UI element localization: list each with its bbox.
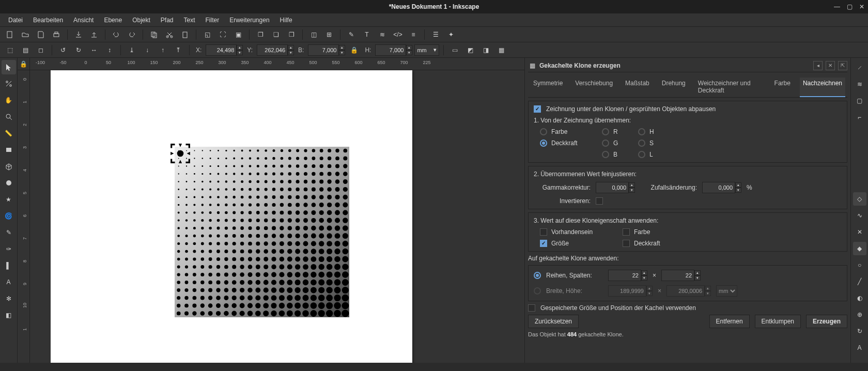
snap-edge-icon[interactable]: ⌐	[853, 111, 866, 124]
copy-icon[interactable]	[147, 28, 161, 41]
spray-tool-icon[interactable]: ✻	[2, 291, 16, 306]
snap-midpoint-icon[interactable]: ◐	[853, 291, 866, 305]
snap-rotation-icon[interactable]: ↻	[853, 324, 866, 338]
new-file-icon[interactable]	[3, 28, 17, 41]
coord-w-down[interactable]: ▾	[339, 50, 345, 55]
select-all-layers-icon[interactable]: ▤	[19, 43, 32, 57]
coord-h-input[interactable]	[375, 44, 406, 56]
radio-deckkraft[interactable]	[540, 140, 547, 147]
snap-line-icon[interactable]: ╱	[853, 275, 866, 288]
coord-x-input[interactable]	[206, 44, 237, 56]
radio-r[interactable]	[602, 128, 609, 135]
radio-h[interactable]	[638, 128, 645, 135]
saved-size-checkbox[interactable]	[528, 304, 535, 312]
panel-minimize-icon[interactable]: ◂	[813, 61, 823, 70]
coord-y-down[interactable]: ▾	[288, 50, 294, 55]
text-tool-icon[interactable]: A	[2, 275, 16, 289]
tab-massstab[interactable]: Maßstab	[622, 78, 653, 97]
cut-icon[interactable]	[163, 28, 176, 41]
fill-stroke-icon[interactable]: ✎	[345, 28, 358, 41]
cols-input[interactable]	[661, 270, 694, 281]
unlink-clone-icon[interactable]: ❒	[285, 28, 298, 41]
duplicate-icon[interactable]: ❐	[254, 28, 267, 41]
snap-bbox-icon[interactable]: ▢	[853, 94, 866, 107]
menu-ansicht[interactable]: Ansicht	[68, 15, 99, 25]
menu-filter[interactable]: Filter	[200, 15, 225, 25]
snap-intersect-icon[interactable]: ✕	[853, 225, 866, 239]
snap-nodes-icon[interactable]: ◇	[853, 192, 866, 206]
coord-x-up[interactable]: ▴	[237, 45, 243, 50]
selector-tool-icon[interactable]	[2, 60, 16, 74]
menu-bearbeiten[interactable]: Bearbeiten	[28, 15, 68, 25]
tab-symmetrie[interactable]: Symmetrie	[530, 78, 566, 97]
coord-w-up[interactable]: ▴	[339, 45, 345, 50]
wh-unit-select[interactable]: mm	[716, 285, 737, 297]
snap-layers-icon[interactable]: ≋	[853, 78, 866, 91]
redo-icon[interactable]	[125, 28, 138, 41]
rotate-cw-icon[interactable]: ↻	[72, 43, 85, 57]
minimize-button[interactable]: —	[833, 3, 841, 11]
bezier-tool-icon[interactable]: ✑	[2, 242, 16, 256]
ruler-horizontal[interactable]: -100-50050100150200250300350400450500550…	[30, 58, 524, 70]
pencil-tool-icon[interactable]: ✎	[2, 225, 16, 240]
measure-tool-icon[interactable]: 📏	[2, 126, 16, 141]
tab-farbe[interactable]: Farbe	[771, 78, 794, 97]
deselect-icon[interactable]: ◻	[34, 43, 48, 57]
zoom-page-icon[interactable]: ▣	[231, 28, 245, 41]
lower-icon[interactable]: ↓	[141, 43, 154, 57]
snap-master-icon[interactable]: ⟋	[853, 61, 866, 74]
tab-weichzeichner[interactable]: Weichzeichner und Deckkraft	[695, 78, 765, 97]
raise-icon[interactable]: ↑	[156, 43, 169, 57]
import-icon[interactable]	[72, 28, 85, 41]
print-icon[interactable]	[50, 28, 63, 41]
menu-erweiterungen[interactable]: Erweiterungen	[224, 15, 274, 25]
snap-smooth-icon[interactable]: ○	[853, 258, 866, 272]
coord-x-down[interactable]: ▾	[237, 50, 243, 55]
open-icon[interactable]	[19, 28, 32, 41]
radio-s[interactable]	[638, 140, 645, 147]
ellipse-tool-icon[interactable]	[2, 176, 16, 190]
reset-button[interactable]: Zurücksetzen	[528, 315, 579, 328]
create-button[interactable]: Erzeugen	[806, 315, 847, 328]
close-button[interactable]: ✕	[858, 3, 866, 11]
ruler-vertical[interactable]: 0123456789101	[18, 70, 30, 363]
eraser-tool-icon[interactable]: ◧	[2, 308, 16, 322]
radio-g[interactable]	[602, 140, 609, 147]
flip-v-icon[interactable]: ↕	[103, 43, 116, 57]
tab-verschiebung[interactable]: Verschiebung	[572, 78, 616, 97]
menu-ebene[interactable]: Ebene	[99, 15, 127, 25]
tab-nachzeichnen[interactable]: Nachzeichnen	[800, 78, 845, 97]
chk-vorhandensein[interactable]	[540, 228, 547, 236]
panel-detach-icon[interactable]: ⇱	[838, 61, 847, 70]
chk-farbe-apply[interactable]	[623, 228, 630, 236]
save-icon[interactable]	[34, 28, 48, 41]
text-dialog-icon[interactable]: T	[360, 28, 374, 41]
rect-tool-icon[interactable]	[2, 143, 16, 157]
lower-bottom-icon[interactable]: ⤓	[125, 43, 138, 57]
paste-icon[interactable]	[178, 28, 192, 41]
coord-h-up[interactable]: ▴	[406, 45, 412, 50]
ruler-corner-icon[interactable]: 🔒	[18, 58, 30, 70]
menu-pfad[interactable]: Pfad	[156, 15, 179, 25]
radio-l[interactable]	[638, 151, 645, 158]
affect-corners-icon[interactable]: ◩	[463, 43, 477, 57]
star-tool-icon[interactable]: ★	[2, 192, 16, 207]
affect-gradient-icon[interactable]: ◨	[479, 43, 492, 57]
snap-cusp-icon[interactable]: ◆	[853, 242, 866, 255]
gamma-input[interactable]	[596, 182, 629, 193]
menu-datei[interactable]: Datei	[3, 15, 28, 25]
document-properties-icon[interactable]: ✦	[444, 28, 458, 41]
snap-path-icon[interactable]: ∿	[853, 209, 866, 222]
zoom-selection-icon[interactable]: ◱	[200, 28, 214, 41]
clone-icon[interactable]: ❏	[269, 28, 283, 41]
preferences-icon[interactable]: ☰	[429, 28, 442, 41]
invert-checkbox[interactable]	[596, 197, 603, 205]
zoom-tool-icon[interactable]	[2, 110, 16, 124]
remove-button[interactable]: Entfernen	[709, 315, 750, 328]
affect-stroke-icon[interactable]: ▭	[448, 43, 461, 57]
tab-drehung[interactable]: Drehung	[659, 78, 689, 97]
panel-close-icon[interactable]: ✕	[826, 61, 835, 70]
select-all-icon[interactable]: ⬚	[3, 43, 17, 57]
canvas[interactable]	[30, 70, 524, 363]
radio-rows-mode[interactable]	[534, 272, 541, 279]
